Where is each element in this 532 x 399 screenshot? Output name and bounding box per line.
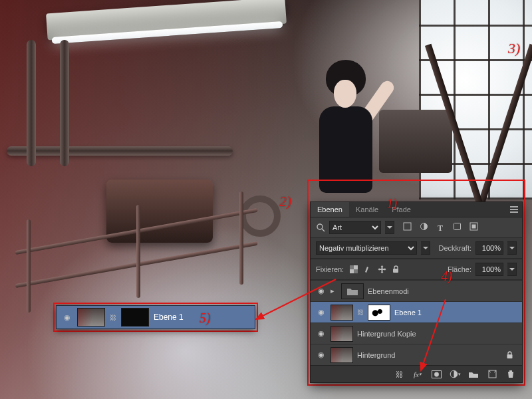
layer-list: ◉ ▸ Ebenenmodi ◉ ⛓ Ebene 1 ◉ Hintergrund… — [311, 280, 522, 365]
layer-row-selected[interactable]: ◉ ⛓ Ebene 1 — [311, 301, 522, 323]
lock-all-icon[interactable] — [390, 264, 402, 275]
photo-pipe — [27, 40, 36, 166]
photo-post — [239, 192, 243, 285]
filter-smart-icon[interactable] — [467, 221, 479, 232]
new-layer-icon[interactable] — [486, 368, 498, 380]
filter-adjust-icon[interactable] — [418, 221, 430, 232]
filter-iconbar: T — [401, 221, 482, 234]
visibility-toggle-icon[interactable]: ◉ — [316, 350, 327, 359]
annotation-4: 4) — [441, 269, 452, 284]
lock-move-icon[interactable] — [376, 264, 388, 275]
chevron-right-icon[interactable]: ▸ — [331, 287, 337, 295]
layer-thumbnail[interactable] — [331, 305, 353, 321]
tab-channels[interactable]: Kanäle — [349, 202, 385, 217]
photo-pipe — [60, 40, 69, 166]
layer-name[interactable]: Hintergrund Kopie — [357, 330, 517, 338]
filter-pixel-icon[interactable] — [401, 221, 413, 232]
svg-point-0 — [317, 224, 323, 229]
mask-link-icon[interactable]: ⛓ — [110, 314, 116, 321]
annotation-5: 5) — [200, 311, 211, 326]
panel-menu-icon[interactable] — [506, 204, 522, 215]
lock-row: Fixieren: Fläche: — [311, 259, 522, 280]
link-layers-icon[interactable]: ⛓ — [393, 368, 405, 380]
filter-kind-select[interactable]: Art — [329, 221, 381, 234]
svg-line-1 — [322, 229, 325, 231]
svg-point-13 — [434, 372, 439, 376]
lock-paint-icon[interactable] — [362, 264, 374, 275]
annotation-3: 3) — [508, 40, 520, 57]
lock-label: Fixieren: — [316, 265, 344, 273]
layers-panel: Ebenen Kanäle Pfade Art T Negativ multip… — [310, 201, 523, 383]
fx-icon[interactable]: fx▾ — [412, 368, 424, 380]
filter-type-icon[interactable]: T — [434, 223, 446, 234]
opacity-input[interactable] — [475, 241, 503, 255]
layer-row[interactable]: ◉ Hintergrund — [311, 344, 522, 365]
tab-layers[interactable]: Ebenen — [311, 202, 349, 217]
annotation-1: 1) — [387, 197, 397, 211]
blend-drop-icon[interactable] — [421, 241, 430, 255]
lock-iconbar — [348, 264, 402, 275]
layer-mask-thumbnail[interactable] — [368, 305, 390, 321]
delete-layer-icon[interactable] — [505, 368, 517, 380]
visibility-toggle-icon[interactable]: ◉ — [316, 329, 327, 338]
filter-kind-drop-icon[interactable] — [385, 221, 394, 234]
layer-mask-thumbnail[interactable] — [121, 308, 149, 327]
layer-name[interactable]: Ebenenmodi — [368, 287, 517, 295]
svg-rect-9 — [354, 269, 358, 273]
lock-transparency-icon[interactable] — [348, 264, 360, 275]
visibility-toggle-icon[interactable]: ◉ — [62, 313, 72, 322]
svg-rect-6 — [471, 225, 475, 229]
blend-row: Negativ multiplizieren Deckkraft: — [311, 237, 522, 259]
layer-name[interactable]: Hintergrund — [357, 351, 502, 359]
svg-rect-11 — [507, 354, 513, 358]
layer-thumbnail[interactable] — [77, 308, 105, 327]
fill-drop-icon[interactable] — [507, 263, 517, 276]
zoom-layer-row: ◉ ⛓ Ebene 1 — [56, 305, 255, 329]
fill-input[interactable] — [475, 263, 503, 276]
photo-post — [136, 205, 140, 298]
search-icon — [316, 223, 325, 232]
layer-thumbnail[interactable] — [331, 326, 353, 342]
opacity-drop-icon[interactable] — [507, 241, 517, 255]
folder-icon — [341, 283, 364, 299]
photo-pipe — [7, 146, 233, 156]
adjustment-layer-icon[interactable]: ▾ — [449, 368, 461, 380]
panel-footer: ⛓ fx▾ ▾ — [311, 365, 522, 382]
visibility-toggle-icon[interactable]: ◉ — [316, 287, 327, 295]
photo-valve — [239, 196, 281, 237]
visibility-toggle-icon[interactable]: ◉ — [316, 308, 327, 317]
opacity-label: Deckkraft: — [438, 244, 471, 252]
blend-mode-select[interactable]: Negativ multiplizieren — [316, 241, 417, 255]
svg-rect-2 — [404, 223, 411, 230]
svg-rect-4 — [454, 223, 460, 230]
layer-name[interactable]: Ebene 1 — [394, 309, 517, 317]
lock-icon — [506, 351, 517, 359]
svg-rect-8 — [350, 265, 354, 269]
new-group-icon[interactable] — [467, 368, 479, 380]
filter-row: Art T — [311, 217, 522, 237]
annotation-2: 2) — [279, 193, 291, 210]
mask-link-icon[interactable]: ⛓ — [357, 309, 364, 316]
layer-thumbnail[interactable] — [331, 347, 353, 363]
panel-tabs: Ebenen Kanäle Pfade — [311, 202, 522, 217]
layer-group-row[interactable]: ◉ ▸ Ebenenmodi — [311, 280, 522, 301]
photo-post — [27, 219, 31, 313]
layer-row[interactable]: ◉ Hintergrund Kopie — [311, 323, 522, 344]
add-mask-icon[interactable] — [430, 368, 442, 380]
svg-rect-10 — [393, 269, 398, 273]
filter-shape-icon[interactable] — [451, 221, 463, 232]
